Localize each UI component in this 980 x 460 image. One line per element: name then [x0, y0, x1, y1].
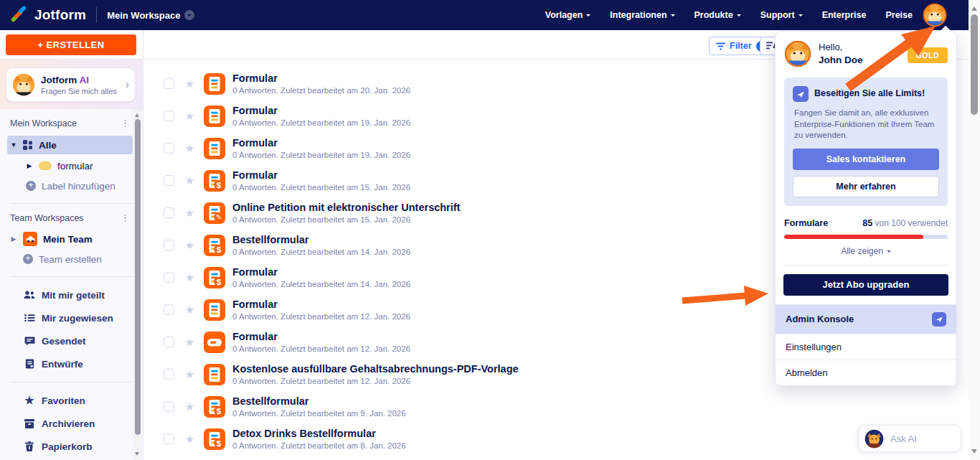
row-checkbox[interactable] — [164, 272, 174, 283]
sidebar-item-formular-label[interactable]: ▶ formular — [10, 157, 133, 174]
form-title[interactable]: Formular — [232, 330, 410, 343]
ai-card-title: Jotform AI — [41, 75, 89, 85]
form-title[interactable]: Formular — [232, 136, 410, 149]
user-avatar[interactable] — [923, 3, 947, 27]
form-row[interactable]: ★ — [144, 423, 969, 455]
kebab-menu-icon[interactable]: ⋮ — [118, 212, 133, 223]
form-title[interactable]: Formular — [232, 72, 410, 85]
row-checkbox[interactable] — [164, 401, 174, 412]
page-scrollbar-thumb[interactable] — [971, 14, 978, 115]
workspace-switcher[interactable]: Mein Workspace — [107, 10, 194, 21]
row-star-icon[interactable]: ★ — [184, 110, 196, 123]
sidebar-scrollbar[interactable] — [133, 109, 142, 460]
create-team-button[interactable]: + Team erstellen — [10, 250, 133, 268]
form-type-icon: $ ✎ — [204, 299, 225, 321]
navbar-link[interactable]: Produkte — [694, 10, 741, 20]
form-title[interactable]: Formular — [232, 298, 410, 311]
upgrade-button[interactable]: Jetzt Abo upgraden — [783, 274, 948, 296]
sidebar-item-trash[interactable]: Papierkorb — [23, 437, 133, 456]
row-checkbox[interactable] — [164, 337, 174, 347]
row-checkbox[interactable] — [164, 240, 174, 250]
form-title[interactable]: Bestellformular — [232, 395, 406, 408]
row-star-icon[interactable]: ★ — [184, 78, 196, 90]
row-texts: Formular 0 Antworten. Zuletzt bearbeitet… — [232, 330, 410, 355]
row-checkbox[interactable] — [164, 433, 174, 444]
show-all-link[interactable]: Alle zeigen — [784, 239, 948, 265]
form-title[interactable]: Bestellformular — [232, 233, 410, 246]
svg-text:✎: ✎ — [216, 213, 222, 221]
row-star-icon[interactable]: ★ — [184, 174, 196, 187]
form-title[interactable]: Detox Drinks Bestellformular — [232, 427, 406, 440]
kebab-menu-icon[interactable]: ⋮ — [118, 118, 133, 128]
navbar-link[interactable]: Vorlagen — [545, 10, 591, 20]
menu-item-logout[interactable]: Abmelden — [776, 360, 956, 385]
form-row[interactable]: ★ — [144, 390, 969, 423]
menu-item-admin-console[interactable]: Admin Konsole — [776, 305, 956, 334]
page-scrollbar[interactable] — [969, 0, 980, 460]
chevron-down-icon — [586, 14, 590, 19]
jotform-logo[interactable]: Jotform — [10, 4, 86, 26]
menu-item-settings[interactable]: Einstellungen — [776, 334, 956, 360]
form-title[interactable]: Kostenlose ausfüllbare Gehaltsabrechnung… — [232, 362, 519, 375]
sidebar-item-sent[interactable]: Gesendet — [23, 332, 133, 350]
user-menu-list: Admin Konsole Einstellungen Abmelden — [776, 304, 956, 385]
sidebar-item-assigned[interactable]: Mir zugewiesen — [23, 309, 133, 327]
ask-ai-input[interactable]: Ask AI — [858, 425, 961, 452]
workspace-chevron-icon — [184, 10, 194, 20]
add-label-button[interactable]: + Label hinzufügen — [10, 177, 133, 194]
row-checkbox[interactable] — [164, 304, 174, 315]
row-star-icon[interactable]: ★ — [184, 368, 196, 381]
row-star-icon[interactable]: ★ — [184, 336, 196, 349]
row-checkbox[interactable] — [164, 369, 174, 380]
learn-more-button[interactable]: Mehr erfahren — [793, 176, 939, 197]
form-title[interactable]: Formular — [232, 266, 410, 278]
scroll-up-icon[interactable] — [135, 111, 139, 117]
navbar-link[interactable]: Preise — [885, 10, 913, 20]
form-title[interactable]: Online Petition mit elektronischer Unter… — [232, 201, 460, 214]
row-star-icon[interactable]: ★ — [184, 400, 196, 413]
scroll-up-icon[interactable] — [971, 4, 977, 11]
sidebar-item-drafts[interactable]: Entwürfe — [23, 355, 133, 373]
row-star-icon[interactable]: ★ — [184, 207, 196, 220]
sidebar-item-archive[interactable]: Archivieren — [23, 414, 133, 433]
form-type-icon: $ ✎ — [204, 235, 225, 256]
row-star-icon[interactable]: ★ — [184, 271, 196, 284]
sidebar-item-favorites[interactable]: ★ Favoriten — [23, 391, 133, 410]
chevron-down-icon — [798, 14, 803, 19]
row-star-icon[interactable]: ★ — [184, 433, 196, 446]
navbar-link[interactable]: Enterprise — [822, 10, 867, 20]
form-title[interactable]: Formular — [232, 104, 410, 117]
jotform-ai-zone: Jotform AI Fragen Sie mich alles › — [0, 60, 143, 109]
scroll-down-icon[interactable] — [971, 449, 977, 456]
navbar-link[interactable]: Support — [760, 10, 803, 20]
navbar-link[interactable]: Integrationen — [610, 10, 674, 20]
form-subtitle: 0 Antworten. Zuletzt bearbeitet am 19. J… — [232, 150, 410, 160]
form-title[interactable]: Formular — [232, 169, 410, 182]
row-star-icon[interactable]: ★ — [184, 142, 196, 155]
row-checkbox[interactable] — [164, 111, 174, 121]
sidebar-item-alle[interactable]: ▼ Alle — [7, 136, 133, 154]
row-texts: Bestellformular 0 Antworten. Zuletzt bea… — [232, 233, 410, 258]
row-checkbox[interactable] — [164, 78, 174, 89]
contact-sales-button[interactable]: Sales kontaktieren — [793, 149, 939, 170]
row-checkbox[interactable] — [164, 143, 174, 154]
row-texts: Formular 0 Antworten. Zuletzt bearbeitet… — [232, 104, 410, 128]
row-star-icon[interactable]: ★ — [184, 239, 196, 252]
row-star-icon[interactable]: ★ — [184, 304, 196, 316]
create-button[interactable]: + ERSTELLEN — [6, 34, 136, 55]
sidebar-divider — [10, 276, 133, 277]
row-checkbox[interactable] — [164, 175, 174, 186]
row-texts: Formular 0 Antworten. Zuletzt bearbeitet… — [232, 266, 410, 290]
create-team-text: Team erstellen — [39, 254, 102, 265]
form-subtitle: 0 Antworten. Zuletzt bearbeitet am 20. J… — [232, 85, 410, 95]
sidebar-item-label: formular — [57, 161, 93, 172]
scroll-down-icon[interactable] — [135, 452, 139, 458]
form-type-icon: $ ✎ — [204, 170, 225, 192]
sidebar-item-mein-team[interactable]: ▶ Mein Team — [10, 230, 133, 248]
sidebar-item-shared[interactable]: Mit mir geteilt — [23, 286, 133, 304]
sidebar-item-label: Papierkorb — [42, 441, 93, 452]
jotform-ai-card[interactable]: Jotform AI Fragen Sie mich alles › — [6, 67, 136, 102]
row-checkbox[interactable] — [164, 207, 174, 218]
row-texts: Online Petition mit elektronischer Unter… — [232, 201, 460, 225]
sidebar-scrollbar-thumb[interactable] — [135, 119, 141, 435]
